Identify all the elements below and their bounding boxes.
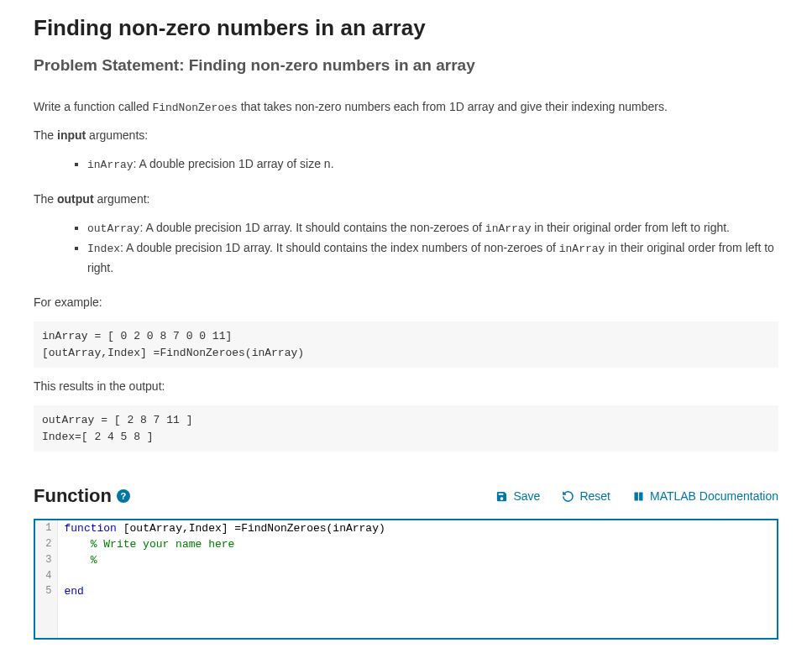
editor-actions: Save Reset MATLAB Documentation	[495, 489, 778, 503]
code-line[interactable]: end	[57, 583, 777, 599]
function-header-row: Function ? Save Reset MATLAB Documentati…	[34, 485, 778, 507]
result-code-block: outArray = [ 2 8 7 11 ] Index=[ 2 4 5 8 …	[34, 405, 778, 452]
reset-button[interactable]: Reset	[562, 489, 610, 503]
reset-icon	[562, 490, 574, 503]
matlab-docs-link[interactable]: MATLAB Documentation	[632, 489, 778, 503]
save-icon	[495, 490, 508, 503]
save-button[interactable]: Save	[495, 489, 540, 503]
input-args-list: inArray: A double precision 1D array of …	[34, 154, 778, 175]
help-icon[interactable]: ?	[117, 489, 130, 503]
line-number: 5	[35, 583, 57, 599]
code-line[interactable]: % Write your name here	[57, 536, 777, 552]
line-number: 1	[35, 520, 57, 536]
intro-fn-name: FindNonZeroes	[152, 102, 237, 114]
line-number: 3	[35, 552, 57, 568]
output-args-list: outArray: A double precision 1D array. I…	[34, 218, 778, 277]
input-item-name: inArray	[87, 159, 134, 171]
code-line[interactable]: function [outArray,Index] =FindNonZeroes…	[57, 520, 777, 536]
line-number: 4	[35, 568, 57, 583]
example-label: For example:	[34, 294, 778, 311]
problem-page: Finding non-zero numbers in an array Pro…	[0, 0, 812, 653]
output-item-2: Index: A double precision 1D array. It s…	[87, 238, 778, 277]
page-title: Finding non-zero numbers in an array	[34, 15, 778, 41]
input-item-desc: : A double precision 1D array of size n.	[134, 157, 334, 170]
code-line[interactable]	[57, 568, 777, 583]
example-code-block: inArray = [ 0 2 0 8 7 0 0 11] [outArray,…	[34, 321, 778, 368]
code-editor[interactable]: 1 function [outArray,Index] =FindNonZero…	[34, 519, 778, 640]
input-args-label: The input arguments:	[34, 127, 778, 144]
problem-subtitle: Problem Statement: Finding non-zero numb…	[34, 56, 778, 75]
function-section-title: Function ?	[34, 485, 130, 507]
output-item-1: outArray: A double precision 1D array. I…	[87, 218, 778, 238]
editor-spacer[interactable]	[57, 599, 777, 638]
intro-pre: Write a function called	[34, 100, 152, 113]
intro-paragraph: Write a function called FindNonZeroes th…	[34, 98, 778, 117]
gutter-spacer	[35, 599, 57, 638]
code-line[interactable]: %	[57, 552, 777, 568]
book-icon	[632, 490, 645, 503]
intro-post: that takes non-zero numbers each from 1D…	[238, 100, 668, 113]
input-item: inArray: A double precision 1D array of …	[87, 154, 778, 175]
line-number: 2	[35, 536, 57, 552]
output-args-label: The output argument:	[34, 191, 778, 208]
result-label: This results in the output:	[34, 378, 778, 395]
